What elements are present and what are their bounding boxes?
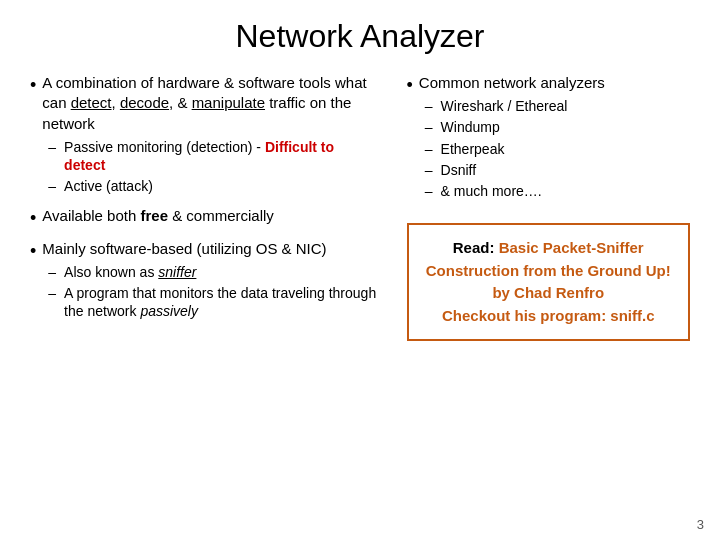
right-sub-bullets: – Wireshark / Ethereal – Windump – Ether… [425, 97, 605, 200]
right-sub-text-1: Wireshark / Ethereal [441, 97, 568, 115]
right-sub-text-3: Etherpeak [441, 140, 505, 158]
manipulate-text: manipulate [192, 94, 265, 111]
bullet-dot-1: • [30, 74, 36, 97]
right-dash-4: – [425, 161, 433, 179]
slide-title: Network Analyzer [30, 10, 690, 55]
difficult-text: Difficult to detect [64, 139, 334, 173]
right-sub-4: – Dsniff [425, 161, 605, 179]
bullet-dot-3: • [30, 240, 36, 263]
sub-bullets-1: – Passive monitoring (detection) - Diffi… [48, 138, 376, 196]
right-bullet-main: • Common network analyzers – Wireshark /… [407, 73, 691, 203]
sub-bullet-text-1-1: Passive monitoring (detection) - Difficu… [64, 138, 376, 174]
sub-bullet-3-2: – A program that monitors the data trave… [48, 284, 376, 320]
right-sub-2: – Windump [425, 118, 605, 136]
right-dash-3: – [425, 140, 433, 158]
read-box-line1: Read: Basic Packet-Sniffer [423, 237, 675, 260]
sub-bullet-1-2: – Active (attack) [48, 177, 376, 195]
sub-bullet-text-1-2: Active (attack) [64, 177, 153, 195]
right-sub-5: – & much more…. [425, 182, 605, 200]
right-sub-text-4: Dsniff [441, 161, 477, 179]
passively-text: passively [140, 303, 198, 319]
right-dash-5: – [425, 182, 433, 200]
right-main-text: Common network analyzers [419, 73, 605, 93]
dash-2: – [48, 177, 56, 195]
slide: Network Analyzer • A combination of hard… [0, 0, 720, 540]
right-bullet-content: Common network analyzers – Wireshark / E… [419, 73, 605, 203]
sub-bullets-3: – Also known as sniffer – A program that… [48, 263, 376, 321]
read-box: Read: Basic Packet-Sniffer Construction … [407, 223, 691, 341]
bullet-item-1: • A combination of hardware & software t… [30, 73, 377, 198]
bullet-text-2: Available both free & commercially [42, 206, 274, 226]
right-bullet-dot: • [407, 74, 413, 97]
free-bold: free [140, 207, 168, 224]
read-box-line2: Construction from the Ground Up! [423, 260, 675, 283]
right-sub-text-2: Windump [441, 118, 500, 136]
read-label: Read: [453, 239, 499, 256]
dash-3: – [48, 263, 56, 281]
read-title-bold: Basic Packet-Sniffer [499, 239, 644, 256]
content-area: • A combination of hardware & software t… [30, 73, 690, 341]
dash-1: – [48, 138, 56, 156]
sub-bullet-1-1: – Passive monitoring (detection) - Diffi… [48, 138, 376, 174]
read-box-line4: Checkout his program: sniff.c [423, 305, 675, 328]
read-box-line3: by Chad Renfro [423, 282, 675, 305]
page-number: 3 [697, 517, 704, 532]
bullet-text-3: Mainly software-based (utilizing OS & NI… [42, 239, 376, 324]
bullet-item-3: • Mainly software-based (utilizing OS & … [30, 239, 377, 324]
bullet-dot-2: • [30, 207, 36, 230]
detect-text: detect [71, 94, 112, 111]
sniffer-text: sniffer [158, 264, 196, 280]
sub-bullet-text-3-2: A program that monitors the data traveli… [64, 284, 376, 320]
right-dash-1: – [425, 97, 433, 115]
right-sub-1: – Wireshark / Ethereal [425, 97, 605, 115]
dash-4: – [48, 284, 56, 302]
bullet-item-2: • Available both free & commercially [30, 206, 377, 230]
right-sub-text-5: & much more…. [441, 182, 542, 200]
right-sub-3: – Etherpeak [425, 140, 605, 158]
bullet-text-1: A combination of hardware & software too… [42, 73, 376, 198]
decode-text: decode [120, 94, 169, 111]
left-column: • A combination of hardware & software t… [30, 73, 387, 341]
right-dash-2: – [425, 118, 433, 136]
sub-bullet-3-1: – Also known as sniffer [48, 263, 376, 281]
sub-bullet-text-3-1: Also known as sniffer [64, 263, 196, 281]
right-column: • Common network analyzers – Wireshark /… [397, 73, 691, 341]
